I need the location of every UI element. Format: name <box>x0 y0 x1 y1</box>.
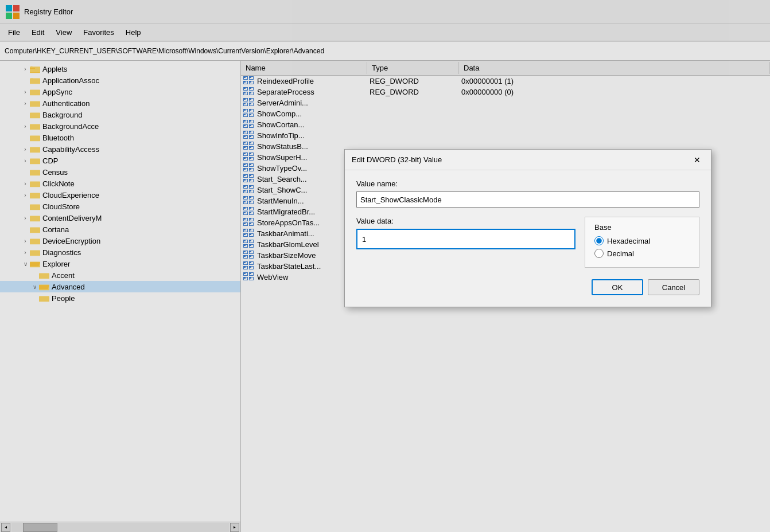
value-data-input[interactable] <box>356 229 575 249</box>
decimal-option[interactable]: Decimal <box>594 249 690 258</box>
ok-button[interactable]: OK <box>592 279 643 295</box>
dialog-close-button[interactable]: ✕ <box>690 153 704 167</box>
hexadecimal-option[interactable]: Hexadecimal <box>594 236 690 245</box>
hexadecimal-radio[interactable] <box>594 236 604 245</box>
value-data-section: Value data: <box>356 217 575 268</box>
edit-dword-dialog: Edit DWORD (32-bit) Value ✕ Value name: … <box>344 149 711 307</box>
hexadecimal-label: Hexadecimal <box>607 237 650 245</box>
dialog-titlebar: Edit DWORD (32-bit) Value ✕ <box>345 150 711 170</box>
decimal-label: Decimal <box>607 249 634 258</box>
dialog-body: Value name: Value data: Base Hexadecimal… <box>345 170 711 307</box>
decimal-radio[interactable] <box>594 249 604 258</box>
value-name-input[interactable] <box>356 191 699 208</box>
value-name-label: Value name: <box>356 179 699 188</box>
dialog-buttons: OK Cancel <box>356 279 699 295</box>
dialog-title: Edit DWORD (32-bit) Value <box>352 155 442 164</box>
base-section: Base Hexadecimal Decimal <box>585 217 699 268</box>
base-label: Base <box>594 223 690 232</box>
dialog-overlay: Edit DWORD (32-bit) Value ✕ Value name: … <box>0 0 770 532</box>
cancel-button[interactable]: Cancel <box>648 279 699 295</box>
value-data-label: Value data: <box>356 217 575 225</box>
dialog-row: Value data: Base Hexadecimal Decimal <box>356 217 699 268</box>
